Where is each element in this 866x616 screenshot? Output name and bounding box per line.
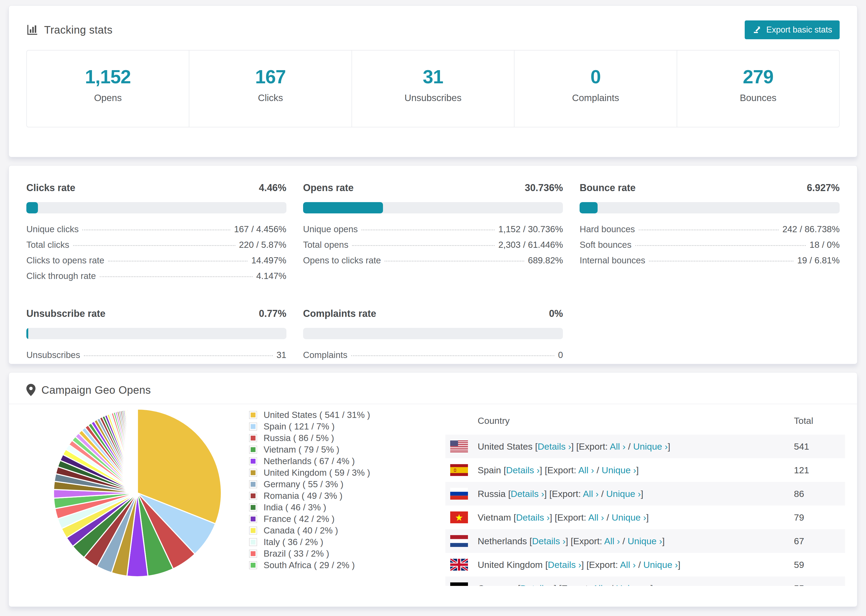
rate-row-value: 0 [558, 350, 563, 360]
progress-bar [26, 328, 287, 339]
details-link[interactable]: Details › [520, 583, 554, 586]
legend-item-germany: Germany ( 55 / 3% ) [249, 478, 378, 490]
dotted-leader [649, 261, 794, 261]
rate-row-label: Unique opens [303, 224, 358, 234]
geo-total-cell: 67 [794, 536, 845, 546]
country-name: Vietnam [478, 512, 514, 522]
export-unique-link[interactable]: Unique › [616, 583, 650, 586]
page-title: Tracking stats [44, 24, 112, 36]
legend-label: Germany ( 55 / 3% ) [264, 479, 343, 489]
details-link[interactable]: Details › [532, 536, 565, 546]
legend-item-canada: Canada ( 40 / 2% ) [249, 525, 378, 536]
country-name: Russia [478, 489, 508, 499]
legend-swatch [249, 503, 257, 511]
rate-row: Clicks to opens rate14.497% [26, 255, 287, 271]
details-link[interactable]: Details › [511, 489, 544, 499]
stat-label: Bounces [740, 93, 776, 103]
legend-swatch [249, 411, 257, 419]
legend-label: Romania ( 49 / 3% ) [264, 491, 342, 501]
export-all-link[interactable]: All › [578, 465, 594, 475]
rate-row: Total clicks220 / 5.87% [26, 240, 287, 255]
geo-country-cell: Netherlands [Details ›] [Export: All › /… [446, 536, 794, 546]
export-all-link[interactable]: All › [604, 536, 620, 546]
dotted-leader [361, 229, 494, 230]
geo-country-cell: Vietnam [Details ›] [Export: All › / Uni… [446, 512, 794, 523]
geo-country-cell: Spain [Details ›] [Export: All › / Uniqu… [446, 465, 794, 475]
legend-item-vietnam: Vietnam ( 79 / 5% ) [249, 444, 378, 455]
geo-country-cell: United Kingdom [Details ›] [Export: All … [446, 559, 794, 570]
legend-item-united-kingdom: United Kingdom ( 59 / 3% ) [249, 467, 378, 478]
geo-legend: United States ( 541 / 31% )Spain ( 121 /… [249, 409, 378, 571]
geo-table-row-germany: Germany [Details ›] [Export: All › / Uni… [446, 577, 845, 586]
progress-bar-fill [26, 202, 38, 214]
rate-row: Soft bounces18 / 0% [579, 240, 840, 255]
geo-title: Campaign Geo Opens [41, 384, 151, 396]
export-unique-link[interactable]: Unique › [627, 536, 662, 546]
tracking-stats-title: Tracking stats [26, 24, 112, 36]
export-unique-link[interactable]: Unique › [601, 465, 636, 475]
country-name: United States [478, 441, 535, 451]
country-name: Spain [478, 465, 504, 475]
export-basic-stats-button[interactable]: Export basic stats [745, 20, 840, 39]
legend-swatch [249, 492, 257, 500]
rate-row-value: 2,303 / 61.446% [498, 240, 563, 250]
map-pin-icon [26, 384, 36, 396]
export-unique-link[interactable]: Unique › [612, 512, 646, 522]
rate-value: 6.927% [807, 182, 840, 193]
progress-bar [303, 202, 563, 214]
geo-country-cell: Germany [Details ›] [Export: All › / Uni… [446, 583, 794, 586]
dotted-leader [82, 229, 230, 230]
geo-total-cell: 55 [794, 583, 845, 586]
details-link[interactable]: Details › [516, 512, 550, 522]
export-all-link[interactable]: All › [592, 583, 608, 586]
rate-panel-opens-rate: Opens rate30.736%Unique opens1,152 / 30.… [303, 182, 563, 286]
details-link[interactable]: Details › [548, 559, 581, 570]
progress-bar-fill [26, 328, 28, 339]
rate-row-label: Internal bounces [579, 255, 645, 266]
export-unique-link[interactable]: Unique › [606, 489, 641, 499]
legend-item-brazil: Brazil ( 33 / 2% ) [249, 548, 378, 559]
export-unique-link[interactable]: Unique › [633, 441, 668, 451]
legend-label: India ( 46 / 3% ) [264, 502, 326, 512]
rate-panel-bounce-rate: Bounce rate6.927%Hard bounces242 / 86.73… [579, 182, 840, 286]
export-all-link[interactable]: All › [583, 489, 599, 499]
legend-swatch [249, 515, 257, 523]
stat-cell-complaints: 0Complaints [514, 50, 676, 127]
country-name: United Kingdom [478, 559, 545, 570]
rate-row-label: Opens to clicks rate [303, 255, 381, 266]
geo-content: United States ( 541 / 31% )Spain ( 121 /… [9, 404, 857, 586]
legend-swatch [249, 526, 257, 534]
export-unique-link[interactable]: Unique › [643, 559, 678, 570]
details-link[interactable]: Details › [538, 441, 571, 451]
legend-swatch [249, 469, 257, 477]
details-link[interactable]: Details › [506, 465, 540, 475]
legend-label: United States ( 541 / 31% ) [264, 410, 370, 420]
geo-total-cell: 121 [794, 465, 845, 475]
rate-title: Clicks rate [26, 182, 75, 193]
export-all-link[interactable]: All › [610, 441, 625, 451]
vietnam-flag-icon [450, 511, 468, 523]
rate-title: Unsubscribe rate [26, 308, 105, 319]
rate-title: Complaints rate [303, 308, 376, 319]
stat-value: 31 [423, 66, 443, 88]
legend-swatch [249, 457, 257, 465]
geo-total-cell: 79 [794, 512, 845, 523]
dotted-leader [100, 276, 252, 277]
geo-country-cell: United States [Details ›] [Export: All ›… [446, 441, 794, 452]
dotted-leader [108, 261, 248, 261]
rate-row-value: 1,152 / 30.736% [498, 224, 563, 234]
stat-label: Complaints [572, 93, 619, 103]
rate-title: Bounce rate [579, 182, 636, 193]
stat-value: 0 [590, 66, 601, 88]
rate-value: 30.736% [525, 182, 563, 193]
rate-row-value: 31 [277, 350, 287, 360]
export-all-link[interactable]: All › [620, 559, 636, 570]
geo-table-header: Country Total [446, 407, 845, 435]
legend-swatch [249, 423, 257, 431]
rate-value: 4.46% [259, 182, 287, 193]
geo-total-cell: 541 [794, 441, 845, 452]
stat-cell-clicks: 167Clicks [189, 50, 351, 127]
stat-value: 1,152 [85, 66, 131, 88]
export-all-link[interactable]: All › [588, 512, 604, 522]
geo-table: Country Total United States [Details ›] … [446, 407, 845, 586]
